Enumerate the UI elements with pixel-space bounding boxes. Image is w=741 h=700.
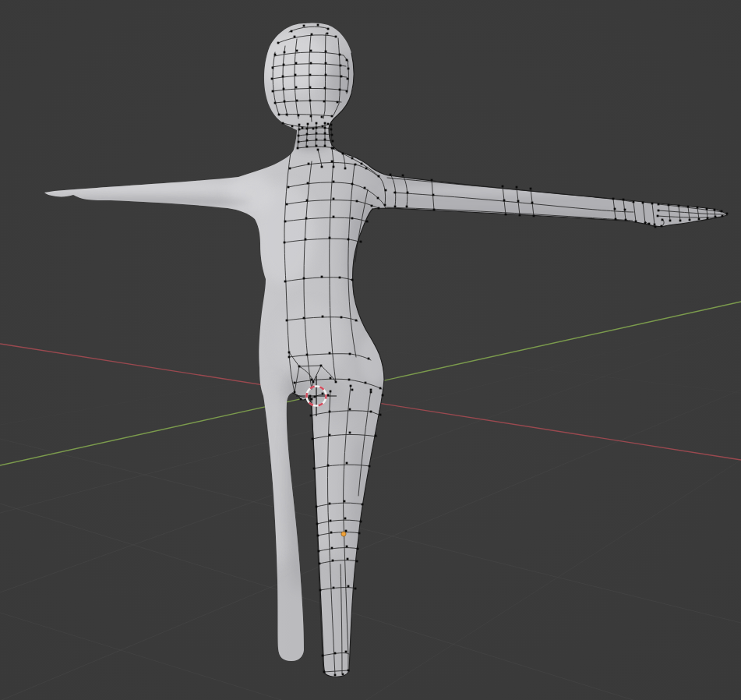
mesh-vertex[interactable] [707, 217, 709, 220]
mesh-vertex[interactable] [356, 200, 358, 203]
mesh-vertex[interactable] [342, 153, 344, 155]
mesh-vertex[interactable] [331, 115, 333, 118]
mesh-vertex[interactable] [642, 202, 644, 204]
mesh-vertex[interactable] [347, 78, 349, 80]
mesh-vertex[interactable] [726, 213, 729, 215]
mesh-vertex[interactable] [296, 100, 298, 102]
mesh-vertex[interactable] [362, 504, 364, 506]
mesh-vertex[interactable] [271, 78, 273, 80]
scene-svg[interactable] [0, 0, 741, 700]
mesh-vertex[interactable] [277, 42, 280, 44]
mesh-vertex[interactable] [302, 127, 304, 129]
mesh-vertex[interactable] [348, 670, 350, 672]
mesh-vertex[interactable] [350, 385, 352, 387]
mesh-vertex[interactable] [503, 200, 506, 202]
mesh-vertex[interactable] [330, 377, 332, 380]
mesh-vertex[interactable] [324, 127, 326, 129]
mesh-vertex[interactable] [706, 208, 708, 210]
mesh-vertex[interactable] [678, 205, 680, 207]
mesh-vertex[interactable] [297, 147, 299, 150]
mesh-vertex[interactable] [329, 503, 331, 505]
mesh-vertex[interactable] [687, 206, 690, 208]
mesh-vertex[interactable] [309, 74, 312, 76]
mesh-vertex[interactable] [379, 387, 382, 390]
mesh-vertex[interactable] [612, 198, 615, 200]
mesh-vertex[interactable] [382, 394, 384, 397]
mesh-vertex[interactable] [322, 393, 324, 395]
mesh-vertex[interactable] [371, 205, 373, 207]
mesh-vertex[interactable] [368, 358, 370, 360]
mesh-vertex[interactable] [317, 24, 319, 27]
mesh-vertex[interactable] [284, 221, 287, 223]
mesh-vertex[interactable] [324, 87, 326, 90]
mesh-vertex[interactable] [306, 140, 309, 142]
mesh-vertex[interactable] [333, 587, 335, 589]
mesh-vertex[interactable] [333, 198, 335, 200]
mesh-vertex[interactable] [324, 145, 326, 147]
mesh-vertex[interactable] [385, 189, 387, 192]
mesh-vertex[interactable] [502, 186, 504, 188]
mesh-vertex[interactable] [303, 278, 305, 280]
mesh-vertex[interactable] [307, 182, 309, 185]
mesh-vertex[interactable] [658, 210, 660, 212]
mesh-vertex[interactable] [303, 317, 305, 320]
mesh-vertex[interactable] [325, 62, 327, 65]
mesh-vertex[interactable] [283, 88, 285, 90]
mesh-vertex[interactable] [321, 276, 323, 278]
mesh-vertex[interactable] [339, 277, 341, 279]
mesh-vertex[interactable] [346, 90, 348, 93]
mesh-vertex[interactable] [345, 651, 348, 653]
mesh-vertex[interactable] [517, 200, 520, 203]
mesh-vertex[interactable] [318, 550, 320, 553]
mesh-vertex[interactable] [433, 209, 436, 211]
mesh-vertex[interactable] [334, 674, 337, 677]
mesh-vertex[interactable] [303, 25, 305, 27]
mesh-vertex[interactable] [305, 239, 307, 241]
mesh-vertex[interactable] [272, 67, 274, 69]
mesh-vertex[interactable] [298, 115, 300, 117]
mesh-vertex[interactable] [714, 209, 716, 211]
mesh-vertex[interactable] [351, 279, 354, 281]
mesh-vertex[interactable] [394, 192, 397, 194]
mesh-vertex[interactable] [289, 168, 291, 170]
mesh-vertex[interactable] [317, 535, 319, 537]
mesh-vertex[interactable] [351, 183, 354, 186]
mesh-vertex[interactable] [295, 87, 298, 89]
mesh-vertex[interactable] [505, 214, 507, 216]
mesh-vertex[interactable] [356, 560, 358, 563]
mesh-vertex[interactable] [320, 365, 323, 367]
mesh-vertex[interactable] [364, 187, 366, 189]
viewport-3d[interactable] [0, 0, 741, 700]
mesh-vertex[interactable] [295, 62, 298, 65]
mesh-vertex[interactable] [348, 379, 351, 381]
mesh-vertex[interactable] [322, 316, 324, 318]
mesh-vertex[interactable] [533, 215, 535, 217]
mesh-vertex[interactable] [321, 116, 323, 118]
mesh-vertex[interactable] [402, 175, 404, 177]
mesh-vertex[interactable] [644, 222, 647, 224]
mesh-vertex[interactable] [306, 354, 309, 356]
mesh-vertex[interactable] [668, 204, 670, 207]
mesh-vertex[interactable] [313, 468, 316, 470]
mesh-vertex[interactable] [349, 432, 351, 434]
mesh-vertex[interactable] [327, 465, 330, 467]
mesh-vertex[interactable] [312, 438, 314, 440]
mesh-vertex[interactable] [347, 558, 349, 560]
mesh-vertex[interactable] [335, 36, 337, 38]
mesh-vertex[interactable] [306, 133, 309, 136]
mesh-vertex[interactable] [310, 415, 312, 417]
mesh-vertex[interactable] [284, 101, 286, 103]
mesh-vertex[interactable] [661, 225, 663, 228]
mesh-vertex[interactable] [329, 434, 331, 437]
mesh-vertex[interactable] [378, 175, 380, 178]
mesh-vertex[interactable] [689, 219, 691, 221]
mesh-vertex[interactable] [326, 33, 329, 35]
mesh-vertex[interactable] [657, 215, 659, 217]
mesh-vertex[interactable] [344, 168, 347, 170]
mesh-vertex[interactable] [286, 320, 288, 322]
mesh-vertex[interactable] [298, 366, 301, 368]
mesh-vertex[interactable] [332, 140, 334, 143]
mesh-vertex[interactable] [662, 219, 664, 221]
mesh-vertex[interactable] [322, 126, 324, 128]
mesh-vertex[interactable] [331, 147, 333, 150]
